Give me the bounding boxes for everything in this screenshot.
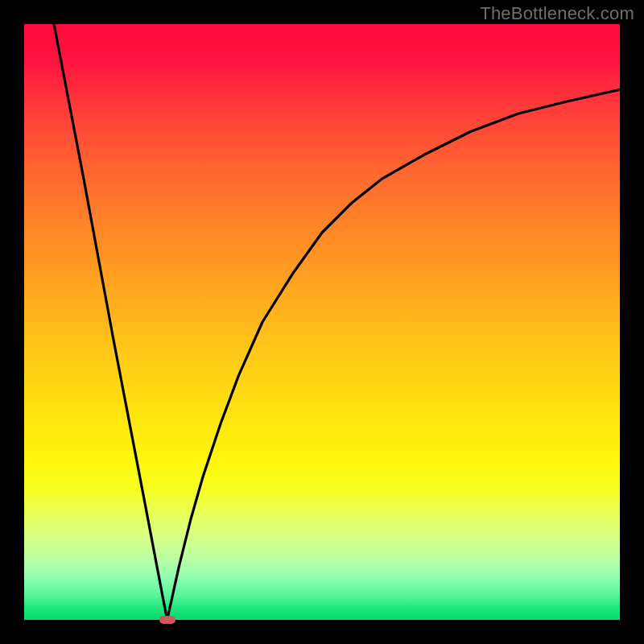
watermark-text: TheBottleneck.com: [480, 3, 634, 24]
plot-area: [24, 24, 620, 620]
curve-left-branch: [54, 24, 167, 620]
minimum-marker: [159, 616, 175, 624]
bottleneck-curve: [24, 24, 620, 620]
chart-frame: TheBottleneck.com: [0, 0, 644, 644]
curve-right-branch: [167, 89, 620, 620]
